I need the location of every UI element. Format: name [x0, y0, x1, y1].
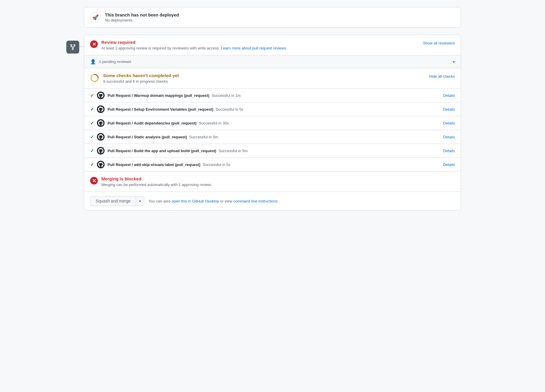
merge-blocked-description: Merging can be performed automatically w… [101, 182, 212, 187]
review-left: ✕ Review required At least 1 approving r… [90, 40, 287, 50]
check-rows-container: ✓ Pull Request / Warmup domain mappings … [84, 89, 461, 171]
hide-all-checks-link[interactable]: Hide all checks [429, 74, 455, 79]
github-mark-icon [98, 162, 103, 167]
check-name: Pull Request / Warmup domain mappings (p… [108, 93, 241, 98]
person-icon: 👤 [90, 59, 96, 64]
merge-sidebar-icon[interactable] [66, 41, 79, 54]
github-logo [97, 92, 105, 99]
checks-left: Some checks haven't completed yet 9 succ… [90, 73, 179, 84]
check-success-icon: ✓ [90, 162, 94, 167]
merge-dropdown-button[interactable]: ▾ [136, 196, 144, 206]
deployment-banner: 🚀 This branch has not been deployed No d… [84, 7, 461, 28]
review-error-icon: ✕ [90, 40, 98, 48]
page-wrapper: 🚀 This branch has not been deployed No d… [84, 7, 461, 210]
check-status-text: Successful in 5m [219, 149, 247, 153]
check-name: Pull Request / Setup Environment Variabl… [108, 107, 243, 112]
checks-progress-icon [90, 74, 99, 82]
check-success-icon: ✓ [90, 134, 94, 140]
github-mark-icon [98, 134, 103, 139]
merge-info-prefix: You can also [148, 199, 170, 203]
check-row: ✓ Pull Request / Setup Environment Varia… [84, 102, 461, 116]
check-details-link[interactable]: Details [443, 121, 455, 125]
github-logo [97, 133, 105, 141]
review-desc-text: At least 1 approving review is required … [101, 46, 220, 50]
check-details-link[interactable]: Details [443, 162, 455, 167]
deployment-title: This branch has not been deployed [105, 12, 179, 17]
squash-and-merge-button[interactable]: Squash and merge [90, 196, 136, 206]
github-logo [97, 105, 105, 113]
check-row-left: ✓ Pull Request / Static analysis (pull_r… [90, 133, 218, 141]
main-area: ✕ Review required At least 1 approving r… [84, 35, 461, 210]
merge-action-row: Squash and merge ▾ You can also open thi… [84, 192, 461, 210]
github-mark-icon [98, 107, 103, 112]
check-details-link[interactable]: Details [443, 107, 455, 112]
review-required-section: ✕ Review required At least 1 approving r… [84, 35, 461, 55]
check-details-link[interactable]: Details [443, 93, 455, 98]
check-name: Pull Request / Audit dependencies (pull_… [108, 121, 229, 125]
check-success-icon: ✓ [90, 93, 94, 98]
dropdown-arrow-icon: ▾ [139, 199, 141, 203]
check-success-icon: ✓ [90, 120, 94, 126]
check-name-text: Pull Request / Static analysis (pull_req… [108, 135, 187, 139]
check-name-text: Pull Request / add-skip-visuals-label (p… [108, 162, 200, 167]
deployment-text: This branch has not been deployed No dep… [105, 12, 179, 22]
github-logo [97, 161, 105, 168]
pending-reviewer-label: 1 pending reviewer [99, 59, 131, 64]
review-description: At least 1 approving review is required … [101, 46, 287, 50]
checks-content: Some checks haven't completed yet 9 succ… [103, 73, 179, 84]
check-name: Pull Request / Build the app and upload … [108, 148, 247, 153]
check-name: Pull Request / Static analysis (pull_req… [108, 134, 218, 139]
git-merge-icon [70, 44, 76, 50]
check-name: Pull Request / add-skip-visuals-label (p… [108, 162, 230, 167]
check-status-text: Successful in 1m [212, 93, 240, 98]
command-line-instructions-link[interactable]: command line instructions [233, 199, 278, 203]
check-row: ✓ Pull Request / Static analysis (pull_r… [84, 130, 461, 144]
check-status-text: Successful in 5s [216, 107, 243, 112]
check-name-text: Pull Request / Warmup domain mappings (p… [108, 93, 209, 98]
merge-blocked-title: Merging is blocked [101, 176, 212, 181]
check-status-text: Successful in 5s [203, 162, 230, 167]
check-status-text: Successful in 5m [189, 135, 218, 139]
check-row: ✓ Pull Request / Build the app and uploa… [84, 144, 461, 158]
check-name-text: Pull Request / Audit dependencies (pull_… [108, 121, 196, 125]
github-mark-icon [98, 148, 103, 153]
github-mark-icon [98, 93, 103, 98]
check-row: ✓ Pull Request / Audit dependencies (pul… [84, 116, 461, 130]
check-row-left: ✓ Pull Request / Warmup domain mappings … [90, 92, 241, 99]
deploy-icon: 🚀 [90, 12, 101, 23]
merge-info-period: . [279, 199, 280, 203]
merge-blocked-section: ✕ Merging is blocked Merging can be perf… [84, 171, 461, 192]
merge-info-text: You can also open this in GitHub Desktop… [148, 199, 280, 203]
review-learn-more-link[interactable]: Learn more about pull request reviews. [221, 46, 287, 50]
check-row-left: ✓ Pull Request / Setup Environment Varia… [90, 105, 243, 113]
check-row-left: ✓ Pull Request / Audit dependencies (pul… [90, 119, 229, 127]
open-github-desktop-link[interactable]: open this in GitHub Desktop [171, 199, 219, 203]
connector-line [79, 46, 84, 47]
merge-button-group: Squash and merge ▾ [90, 196, 144, 206]
check-name-text: Pull Request / Build the app and upload … [108, 149, 216, 153]
pending-reviewer-left: 👤 1 pending reviewer [90, 59, 131, 64]
check-row-left: ✓ Pull Request / add-skip-visuals-label … [90, 161, 230, 168]
checks-title: Some checks haven't completed yet [103, 73, 179, 78]
merge-blocked-error-icon: ✕ [90, 177, 98, 185]
check-name-text: Pull Request / Setup Environment Variabl… [108, 107, 213, 112]
merge-blocked-text: Merging is blocked Merging can be perfor… [101, 176, 212, 187]
check-details-link[interactable]: Details [443, 135, 455, 139]
check-row-left: ✓ Pull Request / Build the app and uploa… [90, 147, 247, 155]
github-mark-icon [98, 120, 103, 126]
deployment-subtitle: No deployments [105, 18, 179, 22]
check-success-icon: ✓ [90, 148, 94, 154]
show-all-reviewers-link[interactable]: Show all reviewers [423, 41, 455, 45]
check-status-text: Successful in 30s [199, 121, 229, 125]
check-row: ✓ Pull Request / Warmup domain mappings … [84, 89, 461, 102]
check-success-icon: ✓ [90, 107, 94, 112]
checks-description: 9 successful and 6 in progress checks [103, 79, 179, 84]
review-title: Review required [101, 40, 287, 45]
chevron-down-icon: ▾ [453, 59, 455, 64]
check-details-link[interactable]: Details [443, 149, 455, 153]
github-logo [97, 119, 105, 127]
merge-info-or: or view [220, 199, 233, 203]
pending-reviewer-row[interactable]: 👤 1 pending reviewer ▾ [84, 55, 461, 68]
review-content: Review required At least 1 approving rev… [101, 40, 287, 50]
checks-section: Some checks haven't completed yet 9 succ… [84, 68, 461, 89]
